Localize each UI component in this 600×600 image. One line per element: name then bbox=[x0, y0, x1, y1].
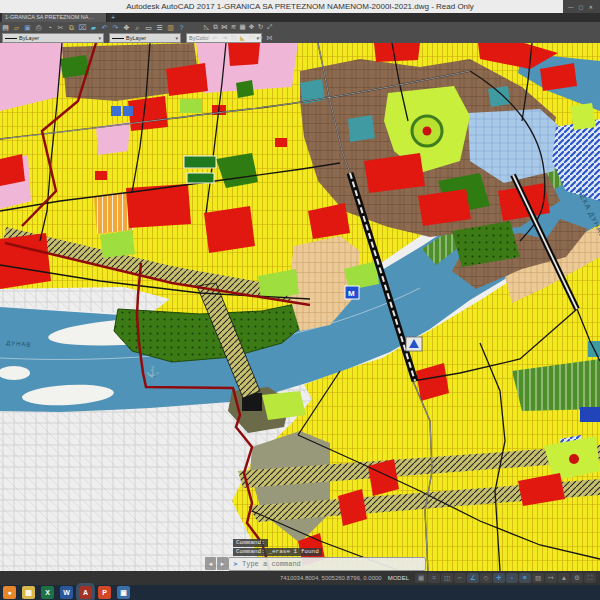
join-icon[interactable]: ⨝ bbox=[266, 33, 274, 43]
help-icon[interactable]: ? bbox=[177, 23, 187, 33]
clean-screen-toggle[interactable]: ⛶ bbox=[584, 573, 596, 583]
snap-toggle[interactable]: ⌗ bbox=[428, 573, 440, 583]
copy-icon[interactable]: ⧉ bbox=[212, 22, 220, 32]
cut-icon[interactable]: ✂ bbox=[56, 23, 66, 33]
info-sign-icon bbox=[123, 106, 133, 116]
excel-icon[interactable]: X bbox=[41, 586, 54, 599]
selection-cycling-toggle[interactable]: ↦ bbox=[545, 573, 557, 583]
chamfer-icon[interactable]: ◣ bbox=[239, 33, 247, 43]
layout-prev-button[interactable]: ◂ bbox=[205, 557, 216, 570]
highway-sign-icon bbox=[184, 156, 216, 168]
title-bar: Autodesk AutoCAD 2017 1-GRANICA SA PRETE… bbox=[0, 0, 600, 13]
scale-icon[interactable]: ⤢ bbox=[266, 22, 274, 32]
command-history: Command:Command: _erase 1 found bbox=[233, 539, 322, 556]
infer-constraints-toggle[interactable]: ◫ bbox=[441, 573, 453, 583]
file-explorer-icon[interactable]: ▤ bbox=[22, 586, 35, 599]
chevron-down-icon: ▾ bbox=[172, 35, 178, 41]
browser-icon[interactable]: ● bbox=[3, 586, 16, 599]
command-history-line: Command: _erase 1 found bbox=[233, 548, 322, 556]
mail-icon[interactable]: ▣ bbox=[117, 586, 130, 599]
standard-toolbar: ▤▱▣⎙◔✂⧉⌧▰↶↷✥⌕▭☰▥? ◺⧉⋈≋▦✥↻⤢ bbox=[0, 22, 600, 33]
color-combo[interactable]: ByLayer ▾ bbox=[2, 33, 104, 43]
status-bar: 7410034.8004, 5005260.8796, 0.0000 MODEL… bbox=[0, 571, 600, 585]
ortho-toggle[interactable]: ⌐ bbox=[454, 573, 466, 583]
anchor-icon: ⚓ bbox=[146, 364, 160, 378]
layout-nav: ◂ ▸ bbox=[205, 557, 228, 570]
pan-icon[interactable]: ✥ bbox=[122, 23, 132, 33]
undo-icon[interactable]: ↶ bbox=[100, 23, 110, 33]
break-icon[interactable]: ⎋ bbox=[230, 33, 238, 43]
designcenter-icon[interactable]: ▥ bbox=[166, 23, 176, 33]
linetype-combo[interactable]: ByLayer ▾ bbox=[109, 33, 181, 43]
workspace-gear-icon[interactable]: ⚙ bbox=[571, 573, 583, 583]
highway-sign-icon bbox=[187, 173, 214, 183]
window-title: Autodesk AutoCAD 2017 1-GRANICA SA PRETE… bbox=[126, 2, 474, 11]
zoom-window-icon[interactable]: ▭ bbox=[144, 23, 154, 33]
properties-palette-icon[interactable]: ☰ bbox=[155, 23, 165, 33]
drawing-area[interactable]: ⚓ М РЕКА ДУНАВ ДУНАВ bbox=[0, 43, 600, 571]
powerpoint-icon[interactable]: P bbox=[98, 586, 111, 599]
status-toggles: ▦⌗◫⌐∠◇✛▫≡▨↦▲⚙⛶ bbox=[415, 573, 596, 583]
new-icon[interactable]: ▤ bbox=[1, 23, 11, 33]
modify-toolbar-row1: ◺⧉⋈≋▦✥↻⤢ bbox=[202, 22, 274, 32]
move-icon[interactable]: ✥ bbox=[248, 22, 256, 32]
grid-toggle[interactable]: ▦ bbox=[415, 573, 427, 583]
open-icon[interactable]: ▱ bbox=[12, 23, 22, 33]
copy-clip-icon[interactable]: ⧉ bbox=[67, 23, 77, 33]
map-canvas[interactable]: ⚓ М РЕКА ДУНАВ ДУНАВ bbox=[0, 43, 600, 571]
stretch-icon[interactable]: ⇲ bbox=[203, 33, 211, 43]
line-preview-icon bbox=[5, 38, 17, 39]
command-prompt-icon: ＞ bbox=[232, 559, 239, 569]
lineweight-toggle[interactable]: ≡ bbox=[519, 573, 531, 583]
windows-taskbar: ●▤XWAP▣ bbox=[0, 585, 600, 600]
modify-toolbar-row2: ⇲✂⇥⎋◣◠✶⨝ bbox=[202, 33, 274, 43]
fillet-icon[interactable]: ◠ bbox=[248, 33, 256, 43]
status-coordinates: 7410034.8004, 5005260.8796, 0.0000 bbox=[280, 575, 382, 581]
chevron-down-icon: ▾ bbox=[95, 35, 101, 41]
annotation-scale-toggle[interactable]: ▲ bbox=[558, 573, 570, 583]
linetype-combo-value: ByLayer bbox=[126, 35, 146, 41]
redo-icon[interactable]: ↷ bbox=[111, 23, 121, 33]
command-input[interactable]: ＞ Type a command bbox=[228, 557, 426, 571]
mirror-icon[interactable]: ⋈ bbox=[221, 22, 229, 32]
window-controls-glyphs: — ▢ ✕ bbox=[568, 4, 595, 10]
save-icon[interactable]: ▣ bbox=[23, 23, 33, 33]
autocad-icon[interactable]: A bbox=[79, 586, 92, 599]
array-icon[interactable]: ▦ bbox=[239, 22, 247, 32]
new-tab-button[interactable]: + bbox=[108, 13, 118, 22]
plot-icon[interactable]: ⎙ bbox=[34, 23, 44, 33]
info-sign-icon bbox=[111, 106, 121, 116]
trim-icon[interactable]: ✂ bbox=[212, 33, 220, 43]
offset-icon[interactable]: ≋ bbox=[230, 22, 238, 32]
explode-icon[interactable]: ✶ bbox=[257, 33, 265, 43]
layout-next-button[interactable]: ▸ bbox=[217, 557, 228, 570]
erase-icon[interactable]: ◺ bbox=[203, 22, 211, 32]
transparency-toggle[interactable]: ▨ bbox=[532, 573, 544, 583]
command-history-line: Command: bbox=[233, 539, 268, 547]
word-icon[interactable]: W bbox=[60, 586, 73, 599]
command-placeholder: Type a command bbox=[242, 560, 301, 568]
object-snap-tracking-toggle[interactable]: ✛ bbox=[493, 573, 505, 583]
drawing-tab[interactable]: 1-GRANICA SA PRETEZNOM NA… bbox=[2, 13, 107, 22]
object-snap-toggle[interactable]: ▫ bbox=[506, 573, 518, 583]
metro-letter: М bbox=[348, 289, 355, 298]
model-space-button[interactable]: MODEL bbox=[388, 575, 409, 581]
file-tab-bar: 1-GRANICA SA PRETEZNOM NA… + bbox=[0, 13, 600, 22]
polar-tracking-toggle[interactable]: ∠ bbox=[467, 573, 479, 583]
paste-icon[interactable]: ⌧ bbox=[78, 23, 88, 33]
properties-toolbar: ByLayer ▾ ByLayer ▾ ByColor ▾ ⇲✂⇥⎋◣◠✶⨝ bbox=[0, 33, 600, 43]
color-combo-value: ByLayer bbox=[19, 35, 39, 41]
isodraft-toggle[interactable]: ◇ bbox=[480, 573, 492, 583]
line-preview-icon bbox=[112, 38, 124, 39]
match-properties-icon[interactable]: ▰ bbox=[89, 23, 99, 33]
rotate-icon[interactable]: ↻ bbox=[257, 22, 265, 32]
plot-preview-icon[interactable]: ◔ bbox=[45, 23, 55, 33]
zoom-realtime-icon[interactable]: ⌕ bbox=[133, 23, 143, 33]
window-controls[interactable]: — ▢ ✕ bbox=[563, 0, 600, 13]
extend-icon[interactable]: ⇥ bbox=[221, 33, 229, 43]
